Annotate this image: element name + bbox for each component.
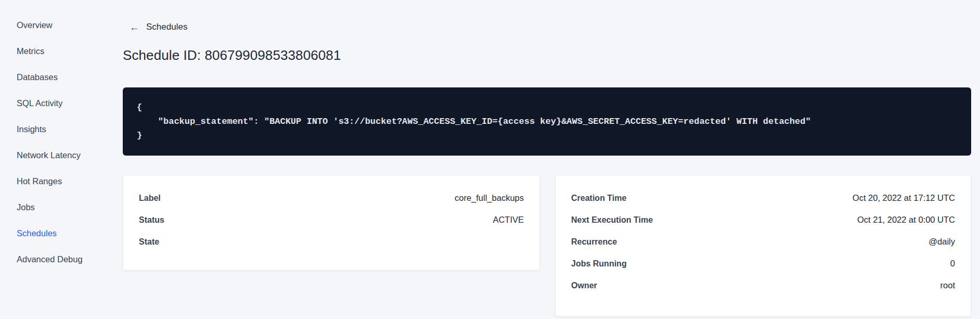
sidebar-item-insights[interactable]: Insights — [0, 116, 123, 142]
sidebar-item-databases[interactable]: Databases — [0, 64, 123, 90]
sidebar-item-label: Jobs — [17, 202, 35, 212]
schedule-summary-card: Label core_full_backups Status ACTIVE St… — [123, 175, 540, 271]
row-value: ACTIVE — [493, 215, 524, 225]
row-label: Status — [139, 215, 164, 225]
row-value: Oct 20, 2022 at 17:12 UTC — [853, 193, 955, 203]
back-link-label: Schedules — [146, 22, 187, 32]
row-value: root — [940, 280, 955, 290]
sidebar-item-overview[interactable]: Overview — [0, 12, 123, 38]
back-to-schedules-link[interactable]: ← Schedules — [130, 22, 187, 32]
detail-row-jobs-running: Jobs Running 0 — [556, 253, 971, 275]
back-arrow-icon: ← — [130, 22, 139, 32]
backup-statement-code-block: { "backup_statement": "BACKUP INTO 's3:/… — [123, 87, 971, 156]
backup-statement-json: { "backup_statement": "BACKUP INTO 's3:/… — [137, 100, 957, 143]
sidebar-item-label: Network Latency — [17, 150, 81, 160]
sidebar-item-jobs[interactable]: Jobs — [0, 194, 123, 220]
sidebar-item-schedules[interactable]: Schedules — [0, 220, 123, 246]
page-title: Schedule ID: 806799098533806081 — [123, 47, 972, 63]
row-label: Recurrence — [571, 237, 617, 247]
sidebar-item-label: Databases — [17, 72, 58, 82]
sidebar-item-label: SQL Activity — [17, 98, 62, 108]
sidebar-item-label: Schedules — [17, 228, 57, 238]
detail-cards: Label core_full_backups Status ACTIVE St… — [123, 175, 971, 316]
row-label: State — [139, 237, 159, 247]
detail-row-state: State — [123, 231, 539, 253]
sidebar-item-metrics[interactable]: Metrics — [0, 38, 123, 64]
detail-row-label: Label core_full_backups — [123, 187, 539, 209]
detail-row-next-execution-time: Next Execution Time Oct 21, 2022 at 0:00… — [556, 209, 971, 231]
row-label: Owner — [571, 281, 597, 290]
sidebar: Overview Metrics Databases SQL Activity … — [0, 0, 123, 319]
sidebar-item-label: Insights — [17, 124, 46, 134]
detail-row-creation-time: Creation Time Oct 20, 2022 at 17:12 UTC — [556, 187, 971, 209]
sidebar-item-network-latency[interactable]: Network Latency — [0, 142, 123, 168]
schedule-details-page: ← Schedules Schedule ID: 806799098533806… — [123, 0, 980, 319]
sidebar-item-label: Overview — [17, 20, 53, 30]
sidebar-item-hot-ranges[interactable]: Hot Ranges — [0, 168, 123, 194]
detail-row-status: Status ACTIVE — [123, 209, 539, 231]
sidebar-item-label: Hot Ranges — [17, 176, 62, 186]
row-value: Oct 21, 2022 at 0:00 UTC — [857, 215, 955, 225]
sidebar-item-label: Advanced Debug — [17, 254, 83, 264]
detail-row-owner: Owner root — [556, 275, 971, 297]
row-label: Label — [139, 194, 161, 203]
schedule-timing-card: Creation Time Oct 20, 2022 at 17:12 UTC … — [555, 175, 971, 316]
row-value: 0 — [950, 259, 955, 269]
row-label: Next Execution Time — [571, 215, 653, 225]
row-label: Creation Time — [571, 194, 626, 203]
row-value: core_full_backups — [455, 193, 524, 203]
row-value: @daily — [929, 237, 955, 247]
detail-row-recurrence: Recurrence @daily — [556, 231, 971, 253]
row-label: Jobs Running — [571, 259, 627, 269]
sidebar-item-advanced-debug[interactable]: Advanced Debug — [0, 246, 123, 272]
sidebar-item-label: Metrics — [17, 46, 44, 56]
sidebar-item-sql-activity[interactable]: SQL Activity — [0, 90, 123, 116]
